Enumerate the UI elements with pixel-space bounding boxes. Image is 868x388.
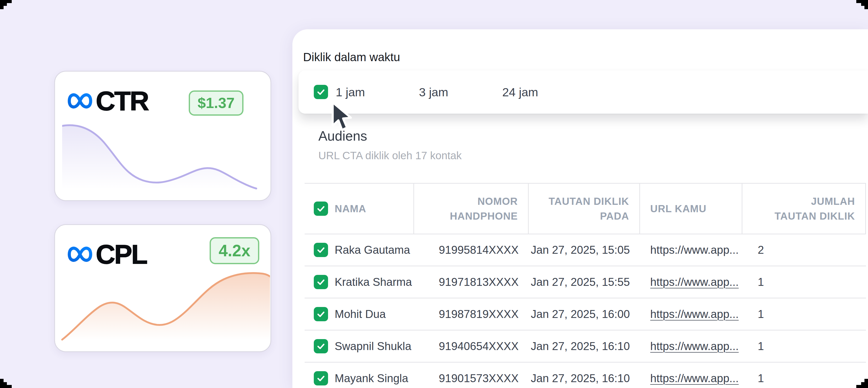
cell-clicked-at: Jan 27, 2025, 16:10: [529, 331, 640, 362]
tab-label: 24 jam: [502, 85, 538, 99]
cell-clicks: 2: [742, 234, 866, 265]
panel-title: Diklik dalam waktu: [303, 50, 400, 64]
cell-url: https://www.app...: [640, 267, 742, 298]
audience-section-subtitle: URL CTA diklik oleh 17 kontak: [318, 150, 462, 162]
cell-phone: 91971813XXXX: [414, 267, 529, 298]
column-header-url-kamu: URL KAMU: [640, 184, 742, 234]
table-body: Raka Gautama 91995814XXXX Jan 27, 2025, …: [305, 234, 866, 388]
row-checkbox[interactable]: [314, 275, 328, 289]
contact-url-link[interactable]: https://www.app...: [650, 372, 739, 385]
pixel-corner-top-right: [856, 0, 868, 9]
clicks-panel: Diklik dalam waktu 1 jam 3 jam 24 jam Au…: [292, 29, 868, 388]
page-background: CTR $1.37 CPL 4.2x: [0, 0, 868, 388]
cell-clicks: 1: [742, 267, 866, 298]
cpl-metric-card: CPL 4.2x: [54, 224, 271, 352]
cell-clicked-at: Jan 27, 2025, 15:05: [529, 234, 640, 265]
row-checkbox[interactable]: [314, 243, 328, 257]
cell-name: Mayank Singla: [305, 363, 414, 388]
cell-phone: 91995814XXXX: [414, 234, 529, 265]
column-header-tautan-diklik-pada: TAUTAN DIKLIK PADA: [529, 184, 640, 234]
table-row: Raka Gautama 91995814XXXX Jan 27, 2025, …: [305, 234, 866, 267]
contact-url-link[interactable]: https://www.app...: [650, 243, 739, 256]
pixel-corner-bottom-left: [0, 379, 12, 388]
ctr-sparkline-chart: [62, 120, 264, 197]
cell-url: https://www.app...: [640, 363, 742, 388]
table-row: Swapnil Shukla 91940654XXXX Jan 27, 2025…: [305, 331, 866, 363]
cell-phone: 91940654XXXX: [414, 331, 529, 362]
cell-clicked-at: Jan 27, 2025, 16:10: [529, 363, 640, 388]
table-row: Kratika Sharma 91971813XXXX Jan 27, 2025…: [305, 267, 866, 299]
cell-phone: 91987819XXXX: [414, 299, 529, 330]
row-checkbox[interactable]: [314, 339, 328, 353]
cpl-metric-label: CPL: [96, 241, 147, 268]
time-filter-tab[interactable]: 1 jam: [314, 85, 365, 99]
table-row: Mayank Singla 91901573XXXX Jan 27, 2025,…: [305, 363, 866, 388]
cell-name: Raka Gautama: [305, 234, 414, 265]
row-checkbox[interactable]: [314, 371, 328, 385]
select-all-checkbox[interactable]: [314, 202, 328, 216]
table-header-row: NAMA NOMOR HANDPHONE TAUTAN DIKLIK PADA …: [305, 183, 866, 234]
cell-name: Mohit Dua: [305, 299, 414, 330]
time-filter-tab[interactable]: 24 jam: [502, 85, 538, 99]
cpl-card-header: CPL: [66, 241, 147, 268]
tab-bar: 1 jam 3 jam 24 jam: [299, 70, 868, 114]
cell-name: Swapnil Shukla: [305, 331, 414, 362]
time-filter-tab[interactable]: 3 jam: [419, 85, 448, 99]
cell-clicks: 1: [742, 299, 866, 330]
cell-url: https://www.app...: [640, 234, 742, 265]
column-header-nama: NAMA: [305, 184, 414, 234]
ctr-value-badge: $1.37: [189, 90, 244, 116]
meta-infinity-icon: [66, 92, 94, 110]
column-header-jumlah-tautan-diklik: JUMLAH TAUTAN DIKLIK: [742, 184, 866, 234]
cpl-sparkline-chart: [61, 267, 270, 343]
column-header-nomor-handphone: NOMOR HANDPHONE: [414, 184, 529, 234]
meta-infinity-icon: [66, 246, 94, 263]
tab-label: 3 jam: [419, 85, 448, 99]
cell-clicks: 1: [742, 363, 866, 388]
pixel-corner-top-left: [0, 0, 12, 9]
cell-url: https://www.app...: [640, 299, 742, 330]
cell-clicks: 1: [742, 331, 866, 362]
cell-clicked-at: Jan 27, 2025, 16:00: [529, 299, 640, 330]
cell-name: Kratika Sharma: [305, 267, 414, 298]
contact-url-link[interactable]: https://www.app...: [650, 308, 739, 321]
tab-checkbox[interactable]: [314, 85, 328, 99]
contact-url-link[interactable]: https://www.app...: [650, 276, 739, 289]
ctr-metric-label: CTR: [96, 87, 148, 114]
tab-label: 1 jam: [336, 85, 365, 99]
table-row: Mohit Dua 91987819XXXX Jan 27, 2025, 16:…: [305, 299, 866, 331]
cell-url: https://www.app...: [640, 331, 742, 362]
cell-phone: 91901573XXXX: [414, 363, 529, 388]
ctr-card-header: CTR: [66, 87, 148, 114]
audience-table: NAMA NOMOR HANDPHONE TAUTAN DIKLIK PADA …: [305, 183, 866, 388]
cell-clicked-at: Jan 27, 2025, 15:55: [529, 267, 640, 298]
contact-url-link[interactable]: https://www.app...: [650, 340, 739, 353]
row-checkbox[interactable]: [314, 307, 328, 321]
mouse-cursor-icon: [330, 101, 356, 133]
ctr-metric-card: CTR $1.37: [54, 71, 271, 201]
cpl-value-badge: 4.2x: [210, 237, 259, 264]
